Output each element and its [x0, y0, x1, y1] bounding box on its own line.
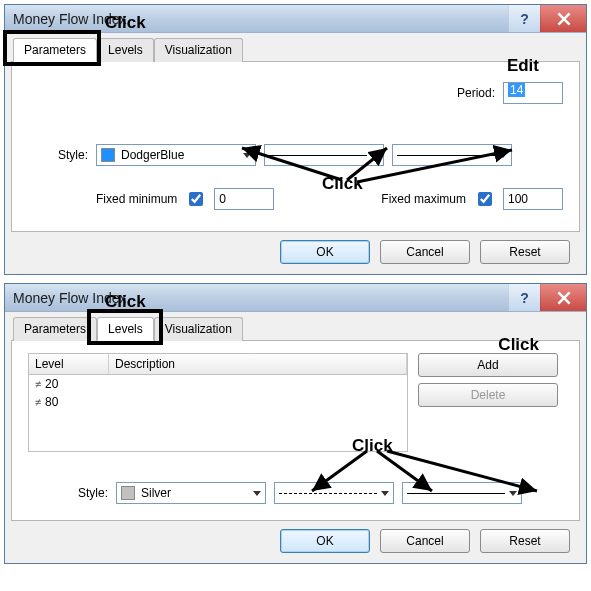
tab-visualization[interactable]: Visualization	[154, 38, 243, 62]
col-level: Level	[29, 354, 109, 374]
close-button[interactable]	[540, 284, 586, 311]
style-line-select[interactable]	[264, 144, 384, 166]
fixedmin-checkbox[interactable]	[189, 192, 203, 206]
col-description: Description	[109, 354, 407, 374]
close-icon	[557, 291, 571, 305]
fixedmin-input[interactable]	[214, 188, 274, 210]
chevron-down-icon	[499, 153, 507, 158]
dialog-mfi-parameters: Money Flow Index ? Click Parameters Leve…	[4, 4, 587, 275]
dialog-body: Click Parameters Levels Visualization Cl…	[5, 312, 586, 563]
cancel-button[interactable]: Cancel	[380, 529, 470, 553]
dialog-title: Money Flow Index	[13, 290, 508, 306]
level-description	[109, 375, 407, 393]
line-width-preview	[397, 155, 495, 156]
fixedmin-label: Fixed minimum	[96, 192, 177, 206]
cancel-button[interactable]: Cancel	[380, 240, 470, 264]
chevron-down-icon	[509, 491, 517, 496]
color-swatch	[121, 486, 135, 500]
tab-row: Parameters Levels Visualization	[11, 37, 580, 62]
period-label: Period:	[457, 86, 495, 100]
style-color-select[interactable]: DodgerBlue	[96, 144, 256, 166]
chevron-down-icon	[371, 153, 379, 158]
chevron-down-icon	[253, 491, 261, 496]
dialog-title: Money Flow Index	[13, 11, 508, 27]
close-icon	[557, 12, 571, 26]
add-button[interactable]: Add	[418, 353, 558, 377]
style-line-select[interactable]	[274, 482, 394, 504]
style-label: Style:	[28, 486, 108, 500]
style-width-select[interactable]	[402, 482, 522, 504]
level-icon: ≠	[35, 378, 41, 390]
period-input[interactable]: 14	[503, 82, 563, 104]
table-row[interactable]: ≠80	[29, 393, 407, 411]
level-value: 80	[45, 395, 58, 409]
table-row[interactable]: ≠20	[29, 375, 407, 393]
titlebar: Money Flow Index ?	[5, 284, 586, 312]
levels-table[interactable]: Level Description ≠20 ≠80	[28, 353, 408, 452]
dialog-mfi-levels: Money Flow Index ? Click Parameters Leve…	[4, 283, 587, 564]
fixedmax-checkbox[interactable]	[478, 192, 492, 206]
tab-parameters[interactable]: Parameters	[13, 317, 97, 341]
style-label: Style:	[28, 148, 88, 162]
levels-side-buttons: Add Delete	[418, 353, 558, 452]
tab-row: Parameters Levels Visualization	[11, 316, 580, 341]
style-color-select[interactable]: Silver	[116, 482, 266, 504]
tab-parameters[interactable]: Parameters	[13, 38, 97, 62]
level-icon: ≠	[35, 396, 41, 408]
reset-button[interactable]: Reset	[480, 240, 570, 264]
style-color-name: DodgerBlue	[121, 148, 184, 162]
close-button[interactable]	[540, 5, 586, 32]
help-button[interactable]: ?	[508, 5, 540, 32]
dialog-buttons: OK Cancel Reset	[11, 232, 580, 264]
ok-button[interactable]: OK	[280, 240, 370, 264]
window-buttons: ?	[508, 284, 586, 311]
fixedmax-input[interactable]	[503, 188, 563, 210]
tab-levels[interactable]: Levels	[97, 317, 154, 341]
style-width-select[interactable]	[392, 144, 512, 166]
tab-visualization[interactable]: Visualization	[154, 317, 243, 341]
color-swatch	[101, 148, 115, 162]
tab-levels[interactable]: Levels	[97, 38, 154, 62]
period-value: 14	[508, 83, 525, 97]
fixedmax-label: Fixed maximum	[381, 192, 466, 206]
style-color-name: Silver	[141, 486, 171, 500]
delete-button[interactable]: Delete	[418, 383, 558, 407]
reset-button[interactable]: Reset	[480, 529, 570, 553]
dialog-body: Click Parameters Levels Visualization Ed…	[5, 33, 586, 274]
level-value: 20	[45, 377, 58, 391]
line-style-preview	[279, 493, 377, 494]
chevron-down-icon	[243, 153, 251, 158]
level-description	[109, 393, 407, 411]
line-style-preview	[269, 155, 367, 156]
chevron-down-icon	[381, 491, 389, 496]
window-buttons: ?	[508, 5, 586, 32]
levels-panel: Click Level Description ≠20 ≠80	[11, 341, 580, 521]
titlebar: Money Flow Index ?	[5, 5, 586, 33]
help-button[interactable]: ?	[508, 284, 540, 311]
ok-button[interactable]: OK	[280, 529, 370, 553]
dialog-buttons: OK Cancel Reset	[11, 521, 580, 553]
parameters-panel: Edit Period: 14 Style: DodgerBlue	[11, 62, 580, 232]
line-width-preview	[407, 493, 505, 494]
levels-table-header: Level Description	[29, 354, 407, 375]
